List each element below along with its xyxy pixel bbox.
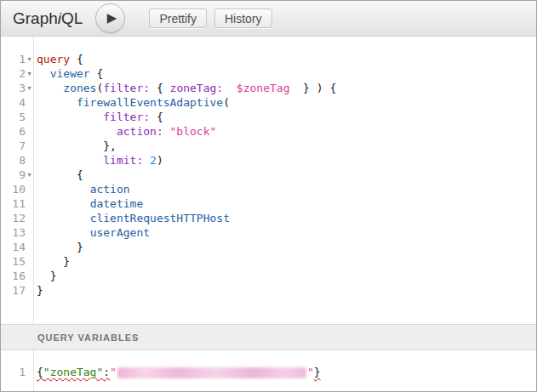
history-button[interactable]: History — [214, 9, 272, 28]
token: { — [37, 366, 43, 378]
fold-spacer — [26, 110, 33, 124]
line-number: 8 — [1, 153, 26, 168]
token: } — [314, 366, 321, 378]
code-text[interactable]: } — [33, 269, 56, 283]
code-line[interactable]: 7 }, — [1, 139, 536, 153]
token: } — [37, 284, 43, 297]
code-line[interactable]: 9▾ { — [1, 168, 536, 182]
toolbar: Prettify History — [149, 9, 271, 28]
token: " — [110, 366, 117, 378]
token: viewer — [50, 67, 90, 80]
graphiql-logo: GraphiQL — [13, 9, 83, 28]
fold-spacer — [26, 225, 33, 240]
token: filter: — [103, 111, 150, 123]
code-line[interactable]: 15 } — [1, 254, 536, 269]
query-editor[interactable]: 1▾query {2▾ viewer {3▾ zones(filter: { z… — [1, 37, 536, 324]
code-text[interactable]: action: "block" — [33, 124, 216, 139]
code-text[interactable]: zones(filter: { zoneTag: $zoneTag } ) { — [33, 81, 336, 95]
token: { — [70, 53, 83, 65]
code-line[interactable]: 2▾ viewer { — [1, 66, 536, 81]
variables-code-area[interactable]: 1{"zoneTag":""} — [1, 350, 536, 379]
token: query — [37, 53, 70, 65]
query-variables-title: QUERY VARIABLES — [37, 332, 139, 343]
code-text[interactable]: viewer { — [33, 66, 103, 81]
line-gutter: 4 — [1, 95, 33, 110]
line-gutter: 13 — [1, 225, 33, 240]
code-line[interactable]: 5 filter: { — [1, 110, 536, 124]
token: { — [150, 111, 163, 123]
code-text[interactable]: userAgent — [33, 225, 150, 240]
code-text[interactable]: {"zoneTag":""} — [33, 365, 321, 379]
code-text[interactable]: } — [33, 283, 43, 298]
token: "zoneTag" — [43, 366, 103, 378]
line-gutter: 17 — [1, 283, 33, 298]
line-gutter: 16 — [1, 269, 33, 283]
code-text[interactable]: } — [33, 254, 70, 269]
token: }, — [37, 139, 117, 152]
variables-editor[interactable]: 1{"zoneTag":""} — [1, 350, 536, 391]
token — [143, 154, 150, 167]
topbar: GraphiQL ▶ Prettify History — [1, 1, 536, 37]
code-text[interactable]: filter: { — [33, 110, 163, 124]
code-line[interactable]: 14 } — [1, 240, 536, 254]
code-line[interactable]: 16 } — [1, 269, 536, 283]
logo-text-ql: QL — [61, 9, 83, 27]
token — [163, 125, 170, 138]
code-line[interactable]: 6 action: "block" — [1, 124, 536, 139]
code-line[interactable]: 17} — [1, 283, 536, 298]
line-gutter: 1▾ — [1, 52, 33, 66]
fold-spacer — [26, 95, 33, 110]
code-line[interactable]: 11 datetime — [1, 196, 536, 211]
code-line[interactable]: 4 firewallEventsAdaptive( — [1, 95, 536, 110]
code-line[interactable]: 10 action — [1, 182, 536, 196]
code-text[interactable]: query { — [33, 52, 83, 66]
execute-button[interactable]: ▶ — [95, 3, 125, 33]
line-number: 9 — [1, 168, 26, 182]
fold-arrow-icon[interactable]: ▾ — [26, 81, 33, 95]
line-gutter: 12 — [1, 211, 33, 225]
code-line[interactable]: 1▾query { — [1, 52, 536, 66]
token: action — [90, 183, 130, 196]
token — [223, 82, 237, 94]
code-text[interactable]: clientRequestHTTPHost — [33, 211, 230, 225]
token: datetime — [90, 197, 144, 210]
code-line[interactable]: 3▾ zones(filter: { zoneTag: $zoneTag } )… — [1, 81, 536, 95]
graphiql-window: GraphiQL ▶ Prettify History 1▾query {2▾ … — [0, 0, 537, 392]
code-line[interactable]: 8 limit: 2) — [1, 153, 536, 168]
token: zoneTag: — [170, 82, 224, 94]
token: } ) { — [289, 82, 336, 94]
token — [37, 212, 90, 224]
token — [37, 111, 103, 123]
fold-spacer — [26, 283, 33, 298]
code-line[interactable]: 12 clientRequestHTTPHost — [1, 211, 536, 225]
fold-arrow-icon[interactable]: ▾ — [26, 52, 33, 66]
fold-arrow-icon[interactable]: ▾ — [26, 168, 33, 182]
query-code-area[interactable]: 1▾query {2▾ viewer {3▾ zones(filter: { z… — [1, 37, 536, 298]
code-line[interactable]: 13 userAgent — [1, 225, 536, 240]
token: ( — [223, 96, 230, 109]
line-number: 10 — [1, 182, 26, 196]
fold-arrow-icon[interactable]: ▾ — [26, 66, 33, 81]
code-text[interactable]: limit: 2) — [33, 153, 163, 168]
code-text[interactable]: datetime — [33, 196, 143, 211]
code-text[interactable]: }, — [33, 139, 117, 153]
code-text[interactable]: { — [33, 168, 83, 182]
code-text[interactable]: firewallEventsAdaptive( — [33, 95, 230, 110]
redacted-value — [117, 367, 306, 378]
fold-spacer — [26, 153, 33, 168]
code-line[interactable]: 1{"zoneTag":""} — [1, 365, 536, 379]
token: action: — [117, 125, 163, 138]
token: filter: — [103, 82, 150, 94]
line-number: 7 — [1, 139, 26, 153]
token: firewallEventsAdaptive — [77, 96, 223, 109]
line-number: 17 — [1, 283, 26, 298]
token: $zoneTag — [237, 82, 290, 94]
query-variables-header[interactable]: QUERY VARIABLES — [1, 324, 536, 350]
line-gutter: 2▾ — [1, 66, 33, 81]
code-text[interactable]: } — [33, 240, 83, 254]
fold-spacer — [26, 240, 33, 254]
prettify-button[interactable]: Prettify — [149, 9, 207, 28]
line-number: 6 — [1, 124, 26, 139]
code-text[interactable]: action — [33, 182, 130, 196]
line-number: 13 — [1, 225, 26, 240]
